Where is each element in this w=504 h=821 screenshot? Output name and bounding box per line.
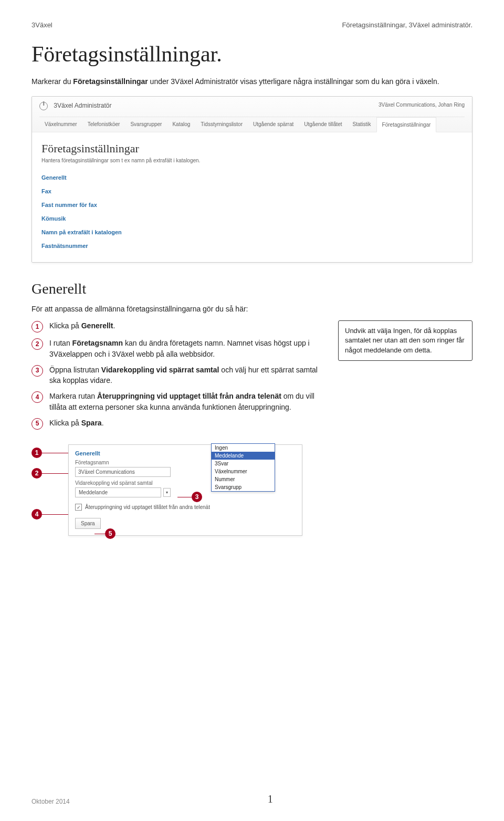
callout-line <box>42 453 68 453</box>
app-link[interactable]: Generellt <box>41 171 463 184</box>
step-row: 3 Öppna listrutan Vidarekoppling vid spä… <box>32 365 326 386</box>
app-screenshot: 3Växel Communications, Johan Ring 3Växel… <box>32 96 472 263</box>
nav-item[interactable]: Utgående tillåtet <box>299 117 347 132</box>
step-row: 5 Klicka på Spara. <box>32 418 326 430</box>
step-bubble: 5 <box>32 418 43 430</box>
step-bold: Spara <box>81 419 102 427</box>
page-number: 1 <box>268 793 273 805</box>
step-text: Klicka på <box>49 419 81 427</box>
app-panel-sub: Hantera företagsinställningar som t ex n… <box>41 158 463 163</box>
callout-line <box>177 497 192 497</box>
callout-line <box>42 473 68 474</box>
header-left: 3Växel <box>32 21 52 29</box>
steps-list: 1 Klicka på Generellt. 2 I rutan Företag… <box>32 320 326 435</box>
page-header: 3Växel Företagsinställningar, 3Växel adm… <box>32 21 472 29</box>
app-link[interactable]: Fast nummer för fax <box>41 198 463 212</box>
nav-item-active[interactable]: Företagsinställningar <box>376 117 437 132</box>
nav-item[interactable]: Svarsgrupper <box>125 117 167 132</box>
step-bubble: 2 <box>32 338 43 350</box>
forward-select[interactable]: Meddelande <box>75 487 161 497</box>
step-text: . <box>113 321 115 330</box>
save-button[interactable]: Spara <box>75 518 101 529</box>
step-bold: Vidarekoppling vid spärrat samtal <box>101 366 219 374</box>
dropdown-option[interactable]: Ingen <box>212 444 275 452</box>
intro-post: under 3Växel Administratör visas ytterli… <box>148 77 439 86</box>
checkbox-label: Återuppringning vid upptaget tillåtet fr… <box>85 504 210 510</box>
section-title: Generellt <box>32 280 472 297</box>
callback-checkbox[interactable]: ✓ <box>75 504 82 511</box>
power-icon <box>39 102 48 110</box>
page-footer: Oktober 2014 1 . <box>32 793 472 805</box>
dropdown-option[interactable]: Svarsgrupp <box>212 483 275 491</box>
nav-item[interactable]: Statistik <box>348 117 376 132</box>
step-text: Klicka på <box>49 321 81 330</box>
app-link[interactable]: Fax <box>41 184 463 198</box>
callout-4: 4 <box>32 509 42 519</box>
dropdown-option[interactable]: Nummer <box>212 475 275 483</box>
app-panel-title: Företagsinställningar <box>41 142 463 155</box>
step-text: . <box>102 419 104 427</box>
step-bubble: 4 <box>32 391 43 403</box>
chevron-down-icon[interactable]: ▾ <box>163 488 171 497</box>
dropdown-option[interactable]: 3Svar <box>212 460 275 467</box>
info-sidebox: Undvik att välja Ingen, för då kopplas s… <box>338 320 472 361</box>
step-bold: Återuppringning vid upptaget tillåt från… <box>97 392 281 400</box>
app-nav: Växelnummer Telefonistköer Svarsgrupper … <box>39 117 465 132</box>
callout-5: 5 <box>105 528 116 539</box>
nav-item[interactable]: Utgående spärrat <box>248 117 299 132</box>
header-right: Företagsinställningar, 3Växel administra… <box>342 21 472 29</box>
step-bubble: 3 <box>32 365 43 377</box>
nav-item[interactable]: Telefonistköer <box>82 117 125 132</box>
dropdown-option-selected[interactable]: Meddelande <box>212 452 275 460</box>
step-row: 4 Markera rutan Återuppringning vid uppt… <box>32 391 326 412</box>
step-row: 1 Klicka på Generellt. <box>32 320 326 332</box>
app-links: Generellt Fax Fast nummer för fax Kömusi… <box>41 171 463 253</box>
section-lead: För att anpassa de allmänna företagsinst… <box>32 305 472 313</box>
step-bubble: 1 <box>32 321 43 332</box>
panel-screenshot: 1 2 4 Generellt Företagsnamn 3Växel Comm… <box>32 444 472 549</box>
step-bold: Generellt <box>81 321 113 330</box>
footer-date: Oktober 2014 <box>32 798 70 805</box>
app-user-label: 3Växel Communications, Johan Ring <box>379 102 465 108</box>
nav-item[interactable]: Katalog <box>167 117 195 132</box>
forward-dropdown: Ingen Meddelande 3Svar Växelnummer Numme… <box>211 443 275 492</box>
intro-pre: Markerar du <box>32 77 73 86</box>
dropdown-option[interactable]: Växelnummer <box>212 467 275 475</box>
step-text: I rutan <box>49 339 72 347</box>
callout-line <box>42 514 68 515</box>
callout-1: 1 <box>32 448 42 458</box>
app-link[interactable]: Fastnätsnummer <box>41 239 463 253</box>
callout-line <box>94 534 105 534</box>
step-text: Markera rutan <box>49 392 97 400</box>
app-title: 3Växel Administratör <box>54 102 111 109</box>
intro-paragraph: Markerar du Företagsinställningar under … <box>32 76 472 87</box>
step-bold: Företagsnamn <box>72 339 123 347</box>
intro-bold: Företagsinställningar <box>73 77 148 86</box>
callout-2: 2 <box>32 468 42 479</box>
document-title: Företagsinställningar. <box>32 41 472 67</box>
company-input[interactable]: 3Växel Communications <box>75 467 171 477</box>
app-link[interactable]: Kömusik <box>41 212 463 225</box>
app-link[interactable]: Namn på extrafält i katalogen <box>41 225 463 239</box>
step-text: Öppna listrutan <box>49 366 101 374</box>
step-row: 2 I rutan Företagsnamn kan du ändra före… <box>32 338 326 359</box>
nav-item[interactable]: Tidsstyrningslistor <box>195 117 248 132</box>
nav-item[interactable]: Växelnummer <box>39 117 82 132</box>
callout-3: 3 <box>192 492 202 502</box>
